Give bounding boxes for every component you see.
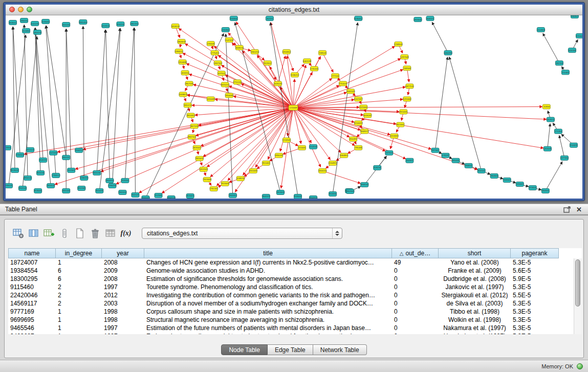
table-row[interactable]: 1872400712008Changes of HCN gene express… bbox=[8, 258, 582, 267]
table-cell[interactable]: 5.5E-5 bbox=[511, 292, 559, 299]
table-cell[interactable]: Changes of HCN gene expression and I(f) … bbox=[144, 259, 392, 266]
graph-node[interactable]: 315441 bbox=[298, 145, 306, 150]
graph-node[interactable]: 1053124 bbox=[101, 24, 110, 28]
graph-node[interactable]: 1914088 bbox=[178, 60, 187, 64]
table-cell[interactable]: Jankovic et al. (1997) bbox=[439, 283, 511, 291]
graph-edge[interactable] bbox=[390, 138, 394, 149]
graph-edge[interactable] bbox=[399, 46, 403, 53]
graph-node[interactable]: 9154419 bbox=[354, 121, 363, 125]
column-header-pagerank[interactable]: pagerank bbox=[511, 248, 559, 258]
table-cell[interactable]: 0 bbox=[392, 283, 439, 291]
table-cell[interactable]: Stergiakouli et al. (2012) bbox=[439, 292, 511, 299]
graph-node[interactable]: 748503 bbox=[319, 51, 326, 55]
graph-node[interactable]: 1007427 bbox=[354, 97, 363, 101]
table-cell[interactable]: Nakamura et al. (1997) bbox=[439, 324, 511, 332]
close-window-button[interactable] bbox=[9, 7, 15, 12]
graph-node[interactable]: 2857181 bbox=[185, 81, 193, 86]
graph-node[interactable]: 1904313 bbox=[309, 195, 318, 199]
graph-node[interactable]: 1849573 bbox=[360, 129, 369, 134]
float-panel-icon[interactable] bbox=[563, 206, 571, 213]
graph-node[interactable]: 1590133 bbox=[80, 176, 89, 180]
table-cell[interactable]: 18300295 bbox=[8, 275, 56, 282]
graph-edge[interactable] bbox=[75, 108, 291, 169]
graph-node[interactable]: 901423 bbox=[96, 188, 103, 193]
table-cell[interactable]: 1997 bbox=[102, 324, 144, 332]
table-cell[interactable]: 6 bbox=[56, 267, 102, 274]
graph-node[interactable]: 171264 bbox=[554, 129, 562, 134]
graph-node[interactable]: 897342 bbox=[431, 148, 439, 152]
graph-edge[interactable] bbox=[323, 55, 333, 73]
table-row[interactable]: 977716911998Corpus callosum shape and si… bbox=[8, 308, 582, 316]
table-cell[interactable]: 0 bbox=[392, 300, 439, 307]
table-cell[interactable]: 1997 bbox=[102, 333, 144, 334]
graph-edge[interactable] bbox=[210, 109, 292, 177]
graph-node[interactable]: 913424 bbox=[529, 185, 536, 190]
graph-node[interactable]: 912343 bbox=[155, 193, 162, 198]
graph-node[interactable]: 427512 bbox=[217, 71, 225, 76]
graph-node[interactable]: 1849216 bbox=[235, 46, 244, 50]
table-cell[interactable]: 2003 bbox=[102, 300, 144, 307]
graph-edge[interactable] bbox=[295, 59, 401, 107]
graph-node[interactable]: 1405233 bbox=[33, 30, 42, 35]
table-cell[interactable]: 1 bbox=[56, 259, 102, 266]
graph-edge[interactable] bbox=[553, 123, 557, 129]
graph-edge[interactable] bbox=[543, 33, 558, 61]
graph-edge[interactable] bbox=[295, 108, 547, 119]
delete-column-button[interactable] bbox=[88, 226, 103, 240]
graph-edge[interactable] bbox=[113, 28, 120, 184]
table-cell[interactable]: 2008 bbox=[102, 259, 144, 266]
graph-node[interactable]: 2204917 bbox=[329, 161, 337, 165]
table-cell[interactable]: 2008 bbox=[102, 275, 144, 282]
graph-edge[interactable] bbox=[294, 110, 330, 160]
table-cell[interactable]: 5.3E-5 bbox=[511, 308, 559, 315]
graph-node[interactable]: 2867114 bbox=[187, 135, 196, 139]
graph-node[interactable]: 904513 bbox=[426, 16, 434, 21]
table-cell[interactable]: Structural magnetic resonance image aver… bbox=[144, 316, 392, 323]
graph-node[interactable]: 1609212 bbox=[547, 117, 555, 122]
table-cell[interactable]: 0 bbox=[392, 267, 439, 274]
graph-node[interactable]: 914428 bbox=[570, 143, 577, 147]
table-row[interactable]: 911546021997Tourette syndrome. Phenomeno… bbox=[8, 283, 582, 291]
graph-edge[interactable] bbox=[187, 95, 209, 99]
graph-edge[interactable] bbox=[134, 28, 135, 193]
close-panel-icon[interactable]: ✕ bbox=[576, 206, 582, 213]
table-cell[interactable]: 1 bbox=[56, 316, 102, 323]
graph-edge[interactable] bbox=[201, 108, 291, 146]
graph-node[interactable]: 2286512 bbox=[175, 49, 183, 54]
graph-node[interactable]: 2260842 bbox=[221, 28, 230, 32]
graph-edge[interactable] bbox=[46, 26, 66, 156]
graph-node[interactable]: 1806423 bbox=[141, 195, 150, 199]
table-row[interactable]: 2242004622012Investigating the contribut… bbox=[8, 291, 582, 299]
table-cell[interactable]: de Silva et al. (2003) bbox=[439, 300, 511, 307]
graph-node[interactable]: 1154808 bbox=[537, 28, 546, 32]
table-cell[interactable]: 2 bbox=[56, 300, 102, 307]
graph-edge[interactable] bbox=[191, 117, 193, 122]
table-cell[interactable]: 5.3E-5 bbox=[511, 283, 559, 291]
table-cell[interactable]: 9463627 bbox=[8, 333, 56, 334]
graph-node[interactable]: 6061198 bbox=[303, 59, 312, 63]
graph-edge[interactable] bbox=[195, 108, 291, 115]
graph-edge[interactable] bbox=[449, 57, 481, 169]
graph-node[interactable]: 1164224 bbox=[318, 168, 327, 173]
graph-edge[interactable] bbox=[226, 86, 228, 92]
table-cell[interactable]: 0 bbox=[392, 292, 439, 299]
graph-node[interactable]: 924502 bbox=[503, 178, 511, 182]
graph-node[interactable]: 1954082 bbox=[225, 93, 233, 98]
column-header-year[interactable]: year bbox=[102, 248, 144, 258]
graph-node[interactable]: 151445 bbox=[561, 70, 569, 75]
graph-edge[interactable] bbox=[435, 57, 448, 148]
graph-node[interactable]: 918023 bbox=[6, 183, 13, 188]
graph-node[interactable]: 2851811 bbox=[186, 113, 195, 118]
graph-node[interactable]: 905134 bbox=[37, 170, 45, 175]
table-mode-button[interactable] bbox=[11, 226, 26, 240]
graph-node[interactable]: 816304 bbox=[230, 16, 237, 21]
graph-node[interactable]: 2160503 bbox=[16, 152, 25, 157]
graph-node[interactable]: 867133 bbox=[190, 124, 198, 128]
import-table-button[interactable] bbox=[103, 226, 118, 240]
graph-node[interactable]: 184331 bbox=[541, 188, 549, 193]
graph-edge[interactable] bbox=[379, 156, 387, 166]
graph-node[interactable]: 935174 bbox=[184, 103, 191, 107]
table-row[interactable]: 946554611997Estimation of the future num… bbox=[8, 324, 582, 332]
graph-node[interactable]: 748508 bbox=[403, 66, 411, 71]
graph-edge[interactable] bbox=[176, 28, 180, 38]
